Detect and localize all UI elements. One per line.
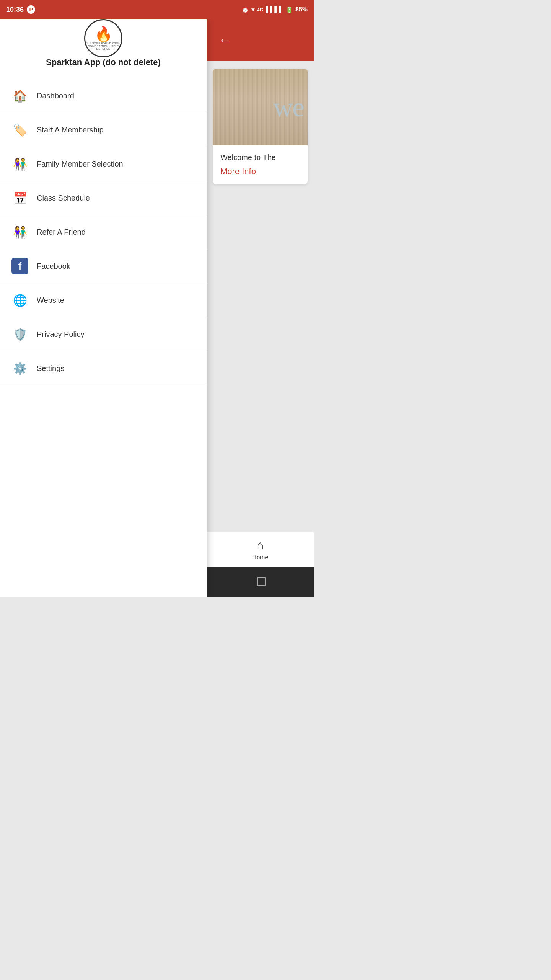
dashboard-label: Dashboard	[37, 91, 74, 100]
website-label: Website	[37, 296, 64, 305]
sidebar: 🔥 JIU JITSU FOUNDATIONCOMPETITION · SELF…	[0, 19, 207, 597]
status-right: ⏰ ▾ 4G ▌▌▌▌ 🔋 85%	[241, 6, 308, 13]
sidebar-item-family-member[interactable]: 👫 Family Member Selection	[0, 147, 207, 181]
settings-icon: ⚙️	[11, 360, 28, 377]
sidebar-item-privacy-policy[interactable]: 🛡️ Privacy Policy	[0, 317, 207, 351]
sidebar-menu: 🏠 Dashboard 🏷️ Start A Membership 👫 Fami…	[0, 79, 207, 385]
settings-label: Settings	[37, 364, 64, 373]
website-icon: 🌐	[11, 292, 28, 309]
recents-square-icon	[257, 577, 266, 586]
app-logo: 🔥 JIU JITSU FOUNDATIONCOMPETITION · SELF…	[84, 19, 122, 57]
facebook-icon: f	[11, 258, 28, 274]
battery-icon: 🔋	[285, 6, 293, 13]
card-image: we	[213, 69, 308, 145]
card-body: Welcome to The More Info	[213, 145, 308, 184]
dashboard-icon: 🏠	[11, 87, 28, 104]
network-type-icon: 4G	[257, 7, 263, 13]
sidebar-app-title: Sparktan App (do not delete)	[38, 57, 168, 67]
status-left: 10:36 P	[6, 5, 35, 14]
sidebar-item-class-schedule[interactable]: 📅 Class Schedule	[0, 181, 207, 215]
parking-icon: P	[27, 5, 35, 14]
home-nav-item[interactable]: ⌂ Home	[252, 538, 269, 561]
privacy-icon: 🛡️	[11, 326, 28, 343]
signal-icon: ▌▌▌▌	[266, 6, 283, 13]
sidebar-item-settings[interactable]: ⚙️ Settings	[0, 351, 207, 385]
wifi-icon: ▾	[251, 6, 254, 13]
alarm-icon: ⏰	[241, 6, 249, 13]
logo-flame-icon: 🔥	[85, 27, 121, 41]
card-welcome-title: Welcome to The	[220, 153, 300, 162]
sidebar-item-website[interactable]: 🌐 Website	[0, 283, 207, 317]
membership-icon: 🏷️	[11, 121, 28, 138]
status-bar: 10:36 P ⏰ ▾ 4G ▌▌▌▌ 🔋 85%	[0, 0, 314, 19]
android-recents-button[interactable]	[252, 572, 271, 591]
privacy-label: Privacy Policy	[37, 330, 84, 339]
card-image-we-text: we	[273, 91, 304, 123]
main-layout: 🔥 JIU JITSU FOUNDATIONCOMPETITION · SELF…	[0, 19, 314, 597]
home-icon: ⌂	[256, 538, 264, 552]
sidebar-item-dashboard[interactable]: 🏠 Dashboard	[0, 79, 207, 113]
refer-label: Refer A Friend	[37, 228, 86, 237]
welcome-card: we Welcome to The More Info	[213, 69, 308, 184]
home-nav-label: Home	[252, 554, 269, 561]
time-display: 10:36	[6, 6, 24, 14]
schedule-label: Class Schedule	[37, 194, 90, 203]
membership-label: Start A Membership	[37, 126, 104, 134]
sidebar-item-start-membership[interactable]: 🏷️ Start A Membership	[0, 113, 207, 147]
more-info-button[interactable]: More Info	[220, 167, 300, 176]
back-button[interactable]: ←	[218, 32, 232, 48]
right-panel: ← we Welcome to The More Info ⌂ Home	[207, 19, 314, 597]
refer-icon: 👫	[11, 224, 28, 240]
facebook-label: Facebook	[37, 262, 70, 271]
bottom-nav: ⌂ Home	[207, 532, 314, 567]
family-label: Family Member Selection	[37, 160, 123, 168]
sidebar-item-refer-friend[interactable]: 👫 Refer A Friend	[0, 215, 207, 249]
calendar-icon: 📅	[11, 189, 28, 206]
family-icon: 👫	[11, 155, 28, 172]
logo-text: JIU JITSU FOUNDATIONCOMPETITION · SELF D…	[85, 42, 121, 50]
right-header: ←	[207, 19, 314, 61]
battery-percent: 85%	[295, 6, 308, 13]
sidebar-item-facebook[interactable]: f Facebook	[0, 249, 207, 283]
